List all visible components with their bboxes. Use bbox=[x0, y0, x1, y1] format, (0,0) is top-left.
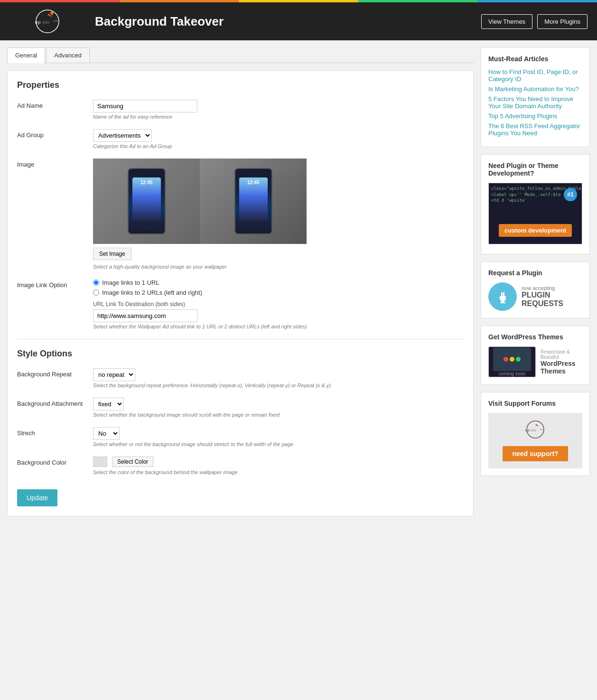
themes-content: coming soon Responsive & Beautiful WordP… bbox=[488, 346, 582, 377]
image-link-row: Image Link Option Image links to 1 URL I… bbox=[17, 279, 464, 329]
radio-2url-input[interactable] bbox=[93, 289, 99, 296]
ad-group-hint: Categorize this Ad to an Ad Group bbox=[93, 143, 464, 149]
radio-2url-label: Image links to 2 URLs (left and right) bbox=[102, 289, 202, 296]
radio-1url-label: Image links to 1 URL bbox=[102, 279, 159, 286]
plugin-request-text: now accepting PLUGIN REQUESTS bbox=[522, 285, 582, 308]
stretch-row: Strech No Yes Select whether or not the … bbox=[17, 427, 464, 447]
ad-name-row: Ad Name Name of the ad for easy referenc… bbox=[17, 100, 464, 120]
bg-repeat-label: Background Repeat bbox=[17, 368, 93, 378]
themes-box: Get WordPress Themes coming soon Respons… bbox=[481, 326, 590, 385]
svg-rect-8 bbox=[500, 302, 505, 303]
ad-group-control: Advertisements Default Custom Categorize… bbox=[93, 129, 464, 149]
plug-icon bbox=[494, 289, 511, 305]
properties-title: Properties bbox=[17, 80, 464, 90]
svg-rect-6 bbox=[503, 292, 504, 296]
bg-repeat-hint: Select the background repeat preference.… bbox=[93, 383, 464, 388]
plugin-request-box: Request a Plugin now accepting PLUGIN RE… bbox=[481, 261, 590, 318]
color-picker-row: Select Color bbox=[93, 457, 464, 467]
stretch-label: Strech bbox=[17, 427, 93, 437]
image-control: 12:45 12:45 Set Image bbox=[93, 159, 464, 270]
svg-text:site: site bbox=[42, 19, 49, 25]
tab-advanced[interactable]: Advanced bbox=[46, 47, 90, 63]
color-swatch[interactable] bbox=[93, 457, 107, 467]
themes-screen bbox=[493, 347, 531, 371]
ad-group-select[interactable]: Advertisements Default Custom bbox=[93, 129, 152, 142]
plugin-request-small: now accepting bbox=[522, 285, 582, 291]
update-button[interactable]: Update bbox=[17, 489, 57, 506]
logo: wp site .net bbox=[9, 9, 85, 35]
svg-text:site: site bbox=[531, 428, 537, 432]
phone-left: 12:45 bbox=[128, 168, 166, 234]
must-read-link-2[interactable]: 5 Factors You Need to Improve Your Site … bbox=[488, 95, 582, 110]
select-color-button[interactable]: Select Color bbox=[112, 457, 153, 467]
must-read-link-3[interactable]: Top 5 Advertising Plugins bbox=[488, 112, 582, 120]
tab-general[interactable]: General bbox=[7, 47, 45, 63]
bg-color-hint: Select the color of the background behin… bbox=[93, 469, 464, 475]
need-support-button[interactable]: need support? bbox=[503, 446, 568, 461]
svg-text:wp: wp bbox=[525, 428, 530, 432]
url-input[interactable] bbox=[93, 309, 197, 322]
ad-group-row: Ad Group Advertisements Default Custom C… bbox=[17, 129, 464, 149]
ad-name-input[interactable] bbox=[93, 100, 197, 112]
more-plugins-button[interactable]: More Plugins bbox=[537, 14, 588, 29]
plugin-dev-image[interactable]: class="wpsite_follow_us_admin_table_<lab… bbox=[488, 183, 582, 244]
bg-attachment-select[interactable]: fixed scroll bbox=[93, 398, 124, 411]
themes-text-line2: WordPress Themes bbox=[541, 360, 582, 375]
dot-red bbox=[504, 357, 508, 362]
bg-color-row: Background Color Select Color Select the… bbox=[17, 457, 464, 475]
radio-2url[interactable]: Image links to 2 URLs (left and right) bbox=[93, 289, 464, 296]
radio-1url[interactable]: Image links to 1 URL bbox=[93, 279, 464, 286]
ad-name-label: Ad Name bbox=[17, 100, 93, 109]
form-panel: Properties Ad Name Name of the ad for ea… bbox=[7, 70, 474, 516]
bg-attachment-label: Background Attachment bbox=[17, 398, 93, 407]
plugin-request-large: PLUGIN REQUESTS bbox=[522, 291, 582, 308]
content-area: General Advanced Properties Ad Name Name… bbox=[7, 47, 474, 519]
stretch-select[interactable]: No Yes bbox=[93, 427, 120, 440]
radio-1url-input[interactable] bbox=[93, 280, 99, 286]
support-title: Visit Support Forums bbox=[488, 400, 582, 407]
header: wp site .net Background Takeover View Th… bbox=[0, 2, 597, 40]
must-read-link-4[interactable]: The 6 Best RSS Feed Aggregator Plugins Y… bbox=[488, 122, 582, 137]
custom-dev-button[interactable]: custom development bbox=[499, 224, 572, 237]
svg-rect-5 bbox=[501, 292, 503, 296]
style-options-title: Style Options bbox=[17, 349, 464, 359]
set-image-button[interactable]: Set Image bbox=[93, 248, 131, 260]
view-themes-button[interactable]: View Themes bbox=[481, 14, 532, 29]
badge-number-one: #1 bbox=[564, 188, 577, 201]
plugin-dev-box: Need Plugin or Theme Development? class=… bbox=[481, 154, 590, 254]
stretch-control: No Yes Select whether or not the backgro… bbox=[93, 427, 464, 447]
support-logo: wp site .net bbox=[516, 420, 554, 441]
plugin-request-content: now accepting PLUGIN REQUESTS bbox=[488, 282, 582, 311]
bg-color-control: Select Color Select the color of the bac… bbox=[93, 457, 464, 475]
svg-text:.net: .net bbox=[53, 19, 59, 23]
coming-soon-text: coming soon bbox=[499, 371, 526, 376]
must-read-link-1[interactable]: Is Marketing Automation for You? bbox=[488, 85, 582, 93]
themes-image: coming soon bbox=[488, 346, 536, 377]
image-label: Image bbox=[17, 159, 93, 168]
image-left: 12:45 bbox=[93, 159, 200, 244]
image-link-label: Image Link Option bbox=[17, 279, 93, 289]
tabs: General Advanced bbox=[7, 47, 474, 63]
plugin-request-icon bbox=[488, 282, 517, 311]
bg-repeat-control: no repeat repeat repeat-x repeat-y Selec… bbox=[93, 368, 464, 388]
support-content: wp site .net need support? bbox=[488, 413, 582, 468]
ad-name-control: Name of the ad for easy reference bbox=[93, 100, 464, 120]
must-read-title: Must-Read Articles bbox=[488, 55, 582, 63]
phone-time-right: 12:45 bbox=[247, 180, 260, 185]
ad-name-hint: Name of the ad for easy reference bbox=[93, 114, 464, 120]
bg-attachment-row: Background Attachment fixed scroll Selec… bbox=[17, 398, 464, 418]
must-read-link-0[interactable]: How to Find Post ID, Page ID, or Categor… bbox=[488, 68, 582, 83]
image-link-control: Image links to 1 URL Image links to 2 UR… bbox=[93, 279, 464, 329]
image-row: Image 12:45 bbox=[17, 159, 464, 270]
must-read-box: Must-Read Articles How to Find Post ID, … bbox=[481, 47, 590, 147]
bg-repeat-row: Background Repeat no repeat repeat repea… bbox=[17, 368, 464, 388]
url-label: URL Link To Destination (both sides) bbox=[93, 301, 464, 308]
phone-screen-left: 12:45 bbox=[132, 177, 161, 225]
bg-repeat-select[interactable]: no repeat repeat repeat-x repeat-y bbox=[93, 368, 135, 381]
bg-attachment-hint: Select whether the background image shou… bbox=[93, 412, 464, 418]
main-layout: General Advanced Properties Ad Name Name… bbox=[0, 40, 597, 526]
dot-green bbox=[516, 357, 521, 362]
themes-title: Get WordPress Themes bbox=[488, 333, 582, 341]
themes-text-line1: Responsive & Beautiful bbox=[541, 349, 582, 360]
url-hint: Select whether the Wallpaper Ad should l… bbox=[93, 324, 464, 329]
